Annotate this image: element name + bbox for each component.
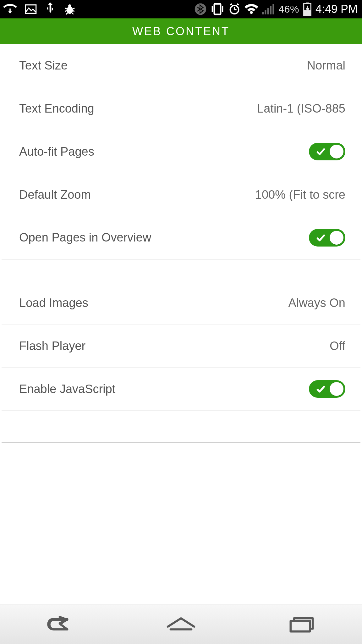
svg-rect-0 [25, 5, 36, 14]
setting-text-size[interactable]: Text Size Normal [2, 44, 360, 87]
svg-rect-10 [214, 4, 221, 14]
setting-text-encoding[interactable]: Text Encoding Latin-1 (ISO-885 [2, 87, 360, 130]
setting-label: Auto-fit Pages [19, 145, 94, 158]
svg-line-7 [66, 13, 68, 14]
svg-rect-29 [291, 621, 310, 631]
alarm-icon [228, 3, 241, 15]
svg-point-2 [68, 4, 71, 8]
page-title: WEB CONTENT [132, 25, 230, 38]
toggle-enable-js[interactable] [309, 380, 345, 398]
setting-value: 100% (Fit to scre [255, 188, 345, 202]
toggle-knob [330, 231, 343, 245]
svg-line-17 [237, 4, 239, 5]
setting-label: Text Encoding [19, 102, 94, 115]
setting-value: Latin-1 (ISO-885 [257, 102, 345, 115]
clock-time: 4:49 PM [315, 3, 359, 16]
home-button[interactable] [153, 604, 209, 644]
toggle-knob [330, 382, 343, 396]
svg-rect-19 [262, 12, 264, 14]
svg-rect-23 [273, 4, 274, 14]
setting-label: Flash Player [19, 339, 85, 353]
wifi-icon [244, 3, 258, 15]
setting-enable-javascript[interactable]: Enable JavaScript [2, 368, 360, 411]
setting-label: Default Zoom [19, 188, 91, 202]
setting-label: Open Pages in Overview [19, 231, 151, 244]
svg-line-16 [230, 4, 232, 5]
toggle-auto-fit[interactable] [309, 143, 345, 160]
settings-list: Text Size Normal Text Encoding Latin-1 (… [2, 44, 360, 443]
toggle-knob [330, 145, 343, 158]
setting-open-pages-overview[interactable]: Open Pages in Overview [2, 216, 360, 259]
divider [2, 442, 360, 443]
setting-load-images[interactable]: Load Images Always On [2, 281, 360, 325]
usb-icon [45, 2, 55, 16]
bluetooth-icon [194, 3, 207, 15]
battery-percent: 46% [278, 3, 299, 15]
svg-rect-20 [265, 10, 266, 14]
svg-rect-25 [306, 3, 309, 3]
signal-icon [262, 3, 275, 15]
system-nav-bar [0, 604, 362, 644]
svg-line-6 [72, 11, 74, 11]
setting-value: Normal [307, 59, 345, 72]
debug-icon [63, 3, 77, 15]
setting-default-zoom[interactable]: Default Zoom 100% (Fit to scre [2, 173, 360, 216]
svg-line-4 [72, 8, 74, 9]
toggle-open-overview[interactable] [309, 229, 345, 247]
checkmark-icon [316, 147, 325, 158]
setting-value: Always On [288, 296, 345, 310]
setting-label: Enable JavaScript [19, 382, 115, 396]
wifi-sync-icon [3, 2, 17, 16]
setting-auto-fit-pages[interactable]: Auto-fit Pages [2, 130, 360, 173]
picture-icon [25, 3, 37, 15]
status-bar: 46% 4:49 PM [0, 0, 362, 18]
back-button[interactable] [32, 604, 89, 644]
recent-apps-button[interactable] [273, 604, 330, 644]
page-header: WEB CONTENT [0, 18, 362, 44]
battery-charging-icon [303, 3, 312, 16]
svg-line-5 [65, 11, 67, 11]
checkmark-icon [316, 385, 325, 395]
setting-value: Off [330, 339, 345, 353]
svg-rect-22 [270, 6, 272, 14]
setting-flash-player[interactable]: Flash Player Off [2, 325, 360, 368]
svg-point-18 [250, 11, 253, 14]
checkmark-icon [316, 233, 325, 244]
setting-label: Text Size [19, 59, 68, 72]
svg-line-3 [65, 8, 67, 9]
vibrate-icon [211, 3, 224, 15]
svg-line-8 [72, 13, 74, 14]
setting-label: Load Images [19, 296, 88, 310]
svg-rect-21 [267, 8, 269, 14]
